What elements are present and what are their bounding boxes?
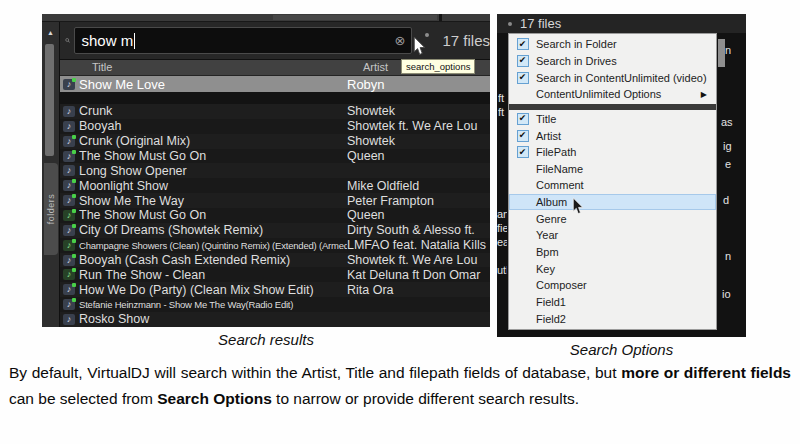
search-icon (65, 33, 70, 48)
track-row[interactable]: ♪Crunk (Original Mix)Showtek (60, 134, 490, 149)
track-row[interactable]: ♪Stefanie Heinzmann - Show Me The Way(Ra… (60, 297, 490, 312)
menu-item-label: Genre (536, 213, 567, 225)
top-strip-divider (439, 14, 442, 21)
title-column-header[interactable]: Title (92, 61, 112, 73)
track-icon: ♪ (63, 225, 75, 236)
track-row[interactable]: ♪The Show Must Go OnQueen (60, 149, 490, 164)
list-gap (60, 92, 490, 104)
files-count-label: 17 files (520, 16, 561, 31)
track-title: How We Do (Party) (Clean Mix Show Edit) (79, 283, 347, 297)
track-title: Crunk (Original Mix) (79, 134, 347, 148)
track-icon: ♪ (63, 299, 75, 310)
track-row[interactable]: ♪City Of Dreams (Showtek Remix)Dirty Sou… (60, 223, 490, 238)
track-row[interactable]: ♪Rosko Show (60, 312, 490, 327)
top-strip-segment (273, 15, 437, 20)
track-title: Champagne Showers (Clean) (Quintino Remi… (79, 240, 347, 251)
artist-column-header[interactable]: Artist (363, 61, 388, 73)
menu-item-album[interactable]: Album (509, 194, 716, 211)
background-text-fragment: as (721, 116, 733, 128)
search-input[interactable]: show m ⊗ (74, 27, 412, 54)
track-artist: Peter Frampton (347, 194, 490, 208)
background-text-fragment: n (725, 250, 731, 262)
menu-item-search-in-folder[interactable]: ✔Search in Folder (509, 36, 716, 53)
track-artist: Queen (347, 208, 490, 222)
track-title: Long Show Opener (79, 164, 347, 178)
track-row[interactable]: ♪Champagne Showers (Clean) (Quintino Rem… (60, 238, 490, 253)
menu-item-artist[interactable]: ✔Artist (509, 127, 716, 144)
files-count-label: 17 files (442, 32, 490, 49)
track-artist: Dirty South & Alesso ft. (347, 223, 490, 237)
search-results-screenshot: ▲ folders show m ⊗ (42, 14, 490, 327)
track-title: Rosko Show (79, 312, 347, 326)
track-row[interactable]: ♪Show Me The WayPeter Frampton (60, 193, 490, 208)
background-text-fragment: an (497, 208, 507, 220)
mouse-cursor-icon (572, 197, 584, 215)
checkbox-icon: ✔ (517, 146, 529, 158)
track-row[interactable]: ♪Run The Show - CleanKat Deluna ft Don O… (60, 267, 490, 282)
body-paragraph: By default, VirtualDJ will search within… (9, 360, 791, 412)
menu-item-bpm[interactable]: Bpm (509, 244, 716, 261)
menu-item-label: Field2 (536, 313, 566, 325)
track-artist: Rita Ora (347, 283, 490, 297)
track-row[interactable]: ♪CrunkShowtek (60, 104, 490, 119)
track-icon: ♪ (63, 314, 75, 325)
track-row[interactable]: ♪Long Show Opener (60, 163, 490, 178)
menu-item-label: Comment (536, 179, 584, 191)
menu-item-key[interactable]: Key (509, 260, 716, 277)
track-row[interactable]: ♪How We Do (Party) (Clean Mix Show Edit)… (60, 282, 490, 297)
track-row[interactable]: ♪Moonlight ShowMike Oldfield (60, 178, 490, 193)
track-row[interactable]: ♪The Show Must Go OnQueen (60, 208, 490, 223)
menu-item-label: Bpm (536, 246, 559, 258)
track-title: Show Me The Way (79, 194, 347, 208)
menu-item-label: Album (536, 196, 567, 208)
track-title: Show Me Love (79, 77, 347, 92)
menu-item-filepath[interactable]: ✔FilePath (509, 144, 716, 161)
submenu-arrow-icon: ▶ (701, 90, 707, 99)
search-options-screenshot: 17 files ftftanfieeautlnasigednio ✔Searc… (497, 14, 746, 337)
track-artist: Queen (347, 149, 490, 163)
track-title: Run The Show - Clean (79, 268, 347, 282)
menu-item-comment[interactable]: Comment (509, 177, 716, 194)
background-text-fragment: d (723, 194, 729, 206)
track-artist: Mike Oldfield (347, 179, 490, 193)
menu-item-filename[interactable]: FileName (509, 160, 716, 177)
checkbox-icon: ✔ (517, 113, 529, 125)
menu-item-label: Search in Folder (536, 38, 617, 50)
menu-item-composer[interactable]: Composer (509, 277, 716, 294)
track-title: Booyah (Cash Cash Extended Remix) (79, 253, 347, 267)
browser-top-strip (42, 14, 490, 22)
scroll-up-icon[interactable]: ▲ (42, 22, 59, 36)
track-artist: Showtek ft. We Are Lou (347, 253, 490, 267)
menu-item-title[interactable]: ✔Title (509, 111, 716, 128)
text-caret (134, 33, 135, 49)
selected-track-row[interactable]: ♪ Show Me Love Robyn (60, 76, 490, 92)
folders-tab[interactable]: folders (44, 163, 58, 255)
track-row[interactable]: ♪BooyahShowtek ft. We Are Lou (60, 119, 490, 134)
menu-item-label: Artist (536, 130, 561, 142)
track-list: ♪CrunkShowtek♪BooyahShowtek ft. We Are L… (60, 104, 490, 327)
background-text-fragment: ea (497, 236, 507, 248)
menu-item-contentunlimited-options[interactable]: ContentUnlimited Options▶ (509, 86, 716, 103)
menu-item-genre[interactable]: Genre (509, 210, 716, 227)
menu-item-search-in-contentunlimited-video[interactable]: ✔Search in ContentUnlimited (video) (509, 69, 716, 86)
menu-item-label: FilePath (536, 146, 576, 158)
menu-item-field1[interactable]: Field1 (509, 294, 716, 311)
background-text-fragment: n (725, 44, 731, 56)
menu-item-field2[interactable]: Field2 (509, 310, 716, 327)
track-row[interactable]: ♪Booyah (Cash Cash Extended Remix)Showte… (60, 253, 490, 268)
menu-item-year[interactable]: Year (509, 227, 716, 244)
menu-item-label: Search in ContentUnlimited (video) (536, 72, 707, 84)
clear-search-icon[interactable]: ⊗ (395, 34, 406, 47)
track-icon: ♪ (63, 210, 75, 221)
track-icon: ♪ (63, 180, 75, 191)
menu-item-label: ContentUnlimited Options (536, 88, 661, 100)
scrollbar-thumb[interactable] (45, 44, 54, 156)
track-artist: Showtek (347, 134, 490, 148)
background-text-fragment: utl (497, 264, 507, 276)
menu-item-search-in-drives[interactable]: ✔Search in Drives (509, 53, 716, 70)
options-dot-icon[interactable] (508, 22, 512, 26)
browser-side-rail: ▲ folders (42, 22, 60, 327)
search-options-button[interactable] (425, 33, 429, 37)
track-icon: ♪ (63, 151, 75, 162)
manual-page: ▲ folders show m ⊗ (0, 0, 800, 444)
